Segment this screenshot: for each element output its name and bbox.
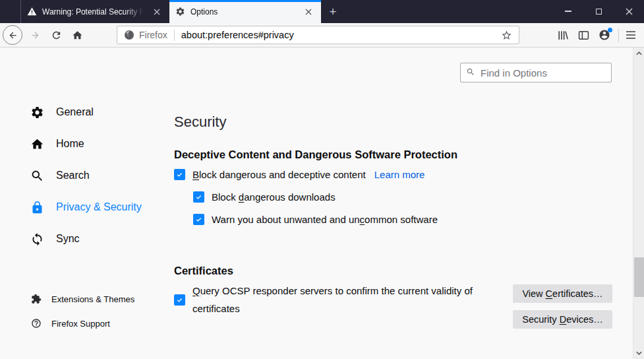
library-icon bbox=[557, 30, 568, 41]
gear-icon bbox=[30, 105, 44, 119]
sidebar-footer-label: Extensions & Themes bbox=[51, 294, 134, 304]
preferences-content: General Home Search Privacy & Security S… bbox=[0, 48, 644, 359]
puzzle-icon bbox=[30, 293, 42, 305]
checkbox-label[interactable]: Query OCSP responder servers to confirm … bbox=[192, 282, 476, 317]
scroll-down-icon[interactable] bbox=[633, 348, 644, 358]
window-controls bbox=[553, 0, 644, 22]
notification-dot bbox=[608, 28, 612, 32]
checkbox-label[interactable]: Warn you about unwanted and uncommon sof… bbox=[212, 214, 438, 225]
close-icon[interactable] bbox=[150, 5, 163, 18]
minimize-icon bbox=[565, 11, 571, 12]
sidebar-item-extensions-themes[interactable]: Extensions & Themes bbox=[30, 293, 134, 305]
sidebar-toggle-button[interactable] bbox=[573, 25, 593, 45]
scrollbar-thumb[interactable] bbox=[634, 257, 644, 297]
sidebar-item-label: Privacy & Security bbox=[56, 201, 142, 213]
page-title: Security bbox=[174, 114, 226, 131]
sidebar-item-firefox-support[interactable]: Firefox Support bbox=[30, 317, 110, 329]
forward-button[interactable] bbox=[25, 25, 45, 45]
gear-icon bbox=[175, 7, 185, 16]
tab-options[interactable]: Options bbox=[169, 0, 321, 23]
home-icon bbox=[30, 137, 44, 151]
library-button[interactable] bbox=[552, 25, 572, 45]
sidebar-item-privacy-security[interactable]: Privacy & Security bbox=[30, 191, 142, 223]
close-icon[interactable] bbox=[302, 5, 315, 18]
tab-warning-page[interactable]: Warning: Potential Security Risk bbox=[20, 0, 169, 23]
sidebar-item-label: Home bbox=[56, 138, 84, 150]
url-text[interactable]: about:preferences#privacy bbox=[181, 30, 501, 40]
toolbar-separator bbox=[618, 29, 619, 42]
back-button[interactable] bbox=[3, 25, 22, 45]
sidebar-item-label: General bbox=[56, 106, 94, 118]
warning-icon bbox=[27, 7, 37, 16]
maximize-button[interactable] bbox=[583, 0, 614, 22]
security-devices-button[interactable]: Security Devices… bbox=[513, 310, 612, 329]
tab-title: Warning: Potential Security Risk bbox=[42, 7, 148, 16]
section-heading-certificates: Certificates bbox=[174, 265, 233, 277]
forward-icon bbox=[30, 30, 40, 40]
url-bar[interactable]: Firefox about:preferences#privacy bbox=[117, 26, 519, 44]
urlbar-separator bbox=[174, 30, 175, 41]
sidebar-item-search[interactable]: Search bbox=[30, 160, 142, 191]
hamburger-icon bbox=[626, 30, 636, 40]
navigation-toolbar: Firefox about:preferences#privacy bbox=[0, 23, 644, 48]
sidebar-item-home[interactable]: Home bbox=[30, 128, 142, 160]
maximize-icon bbox=[596, 9, 602, 15]
reload-icon bbox=[51, 30, 62, 41]
reload-button[interactable] bbox=[46, 25, 66, 45]
checkbox-checked[interactable] bbox=[193, 214, 204, 225]
account-button[interactable] bbox=[595, 25, 614, 45]
help-icon bbox=[30, 317, 42, 329]
account-icon bbox=[599, 29, 610, 41]
checkbox-row-block-deceptive: Block dangerous and deceptive content Le… bbox=[174, 169, 424, 180]
bookmark-star-icon[interactable] bbox=[501, 30, 512, 41]
view-certificates-button[interactable]: View Certificates… bbox=[513, 284, 612, 303]
checkbox-checked[interactable] bbox=[174, 169, 185, 180]
learn-more-link[interactable]: Learn more bbox=[374, 169, 425, 180]
sync-icon bbox=[30, 232, 44, 246]
checkbox-label[interactable]: Block dangerous downloads bbox=[212, 191, 336, 203]
checkbox-row-ocsp: Query OCSP responder servers to confirm … bbox=[174, 282, 477, 317]
minimize-button[interactable] bbox=[553, 0, 583, 22]
checkbox-checked[interactable] bbox=[174, 294, 185, 306]
home-button[interactable] bbox=[67, 25, 87, 45]
new-tab-button[interactable]: + bbox=[324, 3, 341, 20]
sidebar-item-general[interactable]: General bbox=[30, 96, 142, 128]
sidebar-item-label: Search bbox=[56, 170, 90, 181]
sidebar-toggle-icon bbox=[578, 30, 589, 41]
home-icon bbox=[72, 30, 83, 41]
find-in-options-input[interactable] bbox=[460, 63, 612, 82]
tab-title: Options bbox=[190, 7, 299, 16]
checkbox-checked[interactable] bbox=[193, 191, 204, 203]
find-in-options bbox=[460, 63, 612, 82]
checkbox-row-block-downloads: Block dangerous downloads bbox=[193, 191, 336, 203]
back-icon bbox=[3, 25, 22, 45]
scroll-up-icon[interactable] bbox=[633, 48, 644, 59]
vertical-scrollbar[interactable] bbox=[633, 48, 644, 359]
checkbox-label[interactable]: Block dangerous and deceptive content bbox=[192, 169, 366, 180]
lock-icon bbox=[30, 200, 44, 214]
firefox-logo-icon bbox=[124, 30, 134, 40]
section-heading-protection: Deceptive Content and Dangerous Software… bbox=[174, 148, 457, 161]
sidebar-footer-label: Firefox Support bbox=[51, 319, 110, 329]
sidebar-item-label: Sync bbox=[56, 233, 80, 245]
close-icon bbox=[626, 8, 633, 15]
search-icon bbox=[30, 168, 44, 183]
identity-label: Firefox bbox=[139, 30, 167, 40]
tab-strip: Warning: Potential Security Risk Options… bbox=[0, 0, 644, 23]
close-window-button[interactable] bbox=[614, 0, 644, 22]
search-icon bbox=[466, 67, 475, 77]
category-sidebar: General Home Search Privacy & Security S… bbox=[30, 96, 142, 255]
sidebar-item-sync[interactable]: Sync bbox=[30, 223, 142, 255]
menu-button[interactable] bbox=[621, 25, 641, 45]
checkbox-row-warn-software: Warn you about unwanted and uncommon sof… bbox=[193, 214, 438, 225]
